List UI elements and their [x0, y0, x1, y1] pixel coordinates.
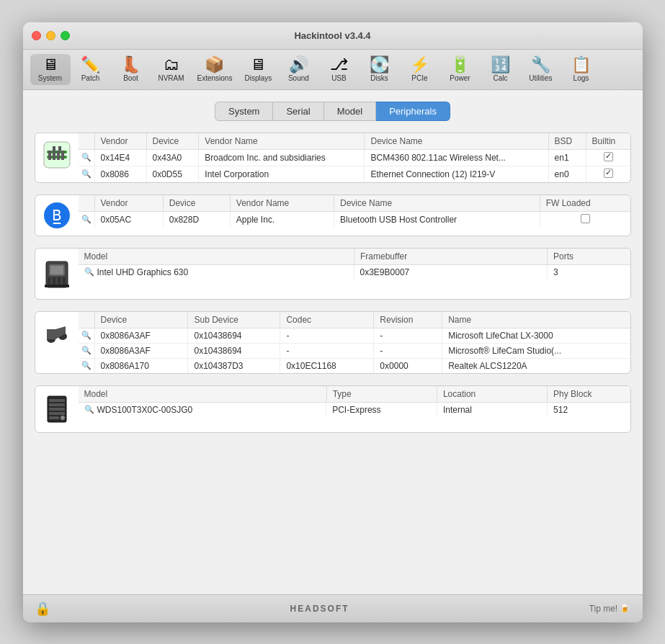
network-section: Vendor Device Vendor Name Device Name BS…: [35, 133, 631, 183]
svg-rect-8: [61, 151, 64, 160]
search-icon[interactable]: 🔍: [79, 358, 95, 373]
audio-col-search: [79, 312, 95, 328]
bt-col-device: Device: [163, 195, 230, 212]
bt-col-search: [79, 195, 95, 212]
toolbar-calc[interactable]: 🔢 Calc: [480, 54, 520, 85]
minimize-button[interactable]: [46, 31, 55, 40]
builtin-cell: [586, 149, 630, 166]
search-icon[interactable]: 🔍: [79, 343, 95, 358]
svg-rect-20: [49, 399, 65, 402]
device-name-cell: Ethernet Connection (12) I219-V: [365, 166, 548, 182]
toolbar-sound[interactable]: 🔊 Sound: [278, 54, 318, 85]
toolbar-power-label: Power: [450, 74, 470, 82]
tab-bar: System Serial Model Peripherals: [35, 102, 631, 121]
storage-icon: [35, 386, 79, 432]
svg-rect-14: [58, 277, 61, 285]
search-icon[interactable]: 🔍: [79, 211, 95, 228]
usb-icon: ⎇: [330, 57, 348, 73]
toolbar-disks[interactable]: 💽 Disks: [359, 54, 399, 85]
audio-device-cell: 0x8086A3AF: [94, 328, 188, 343]
audio-col-device: Device: [94, 312, 188, 328]
toolbar-utilities[interactable]: 🔧 Utilities: [520, 54, 561, 85]
footer: 🔒 HEADSOFT Tip me! 🍺: [23, 594, 643, 622]
audio-col-codec: Codec: [280, 312, 374, 328]
audio-sub-device-cell: 0x10438694: [188, 328, 280, 343]
svg-rect-12: [48, 277, 50, 285]
storage-col-model: Model: [79, 386, 327, 403]
tab-peripherals[interactable]: Peripherals: [376, 102, 450, 121]
network-col-bsd: BSD: [548, 133, 586, 150]
audio-revision-cell: -: [374, 343, 442, 358]
gpu-ports-cell: 3: [548, 264, 630, 279]
network-icon: [35, 133, 79, 176]
toolbar-pcie[interactable]: ⚡ PCIe: [399, 54, 439, 85]
pcie-icon: ⚡: [410, 57, 429, 73]
bt-col-fw-loaded: FW Loaded: [540, 195, 630, 212]
toolbar-disks-label: Disks: [370, 74, 388, 82]
main-window: Hackintool v3.4.4 🖥 System ✏️ Patch 👢 Bo…: [23, 22, 643, 622]
network-col-vendor: Vendor: [94, 133, 146, 150]
toolbar-calc-label: Calc: [493, 74, 507, 82]
svg-rect-16: [45, 285, 69, 287]
toolbar-usb-label: USB: [331, 74, 347, 82]
disks-icon: 💽: [370, 57, 389, 73]
gpu-model-cell: 🔍Intel UHD Graphics 630: [79, 265, 354, 279]
device-name-cell: Bluetooth USB Host Controller: [334, 211, 540, 228]
network-col-vendor-name: Vendor Name: [199, 133, 365, 150]
gpu-col-ports: Ports: [548, 249, 630, 265]
search-icon[interactable]: 🔍: [84, 405, 94, 414]
bluetooth-icon: B̲: [35, 195, 79, 236]
vendor-cell: 0x14E4: [94, 149, 146, 166]
svg-rect-24: [49, 416, 59, 419]
tab-model[interactable]: Model: [324, 102, 376, 121]
toolbar-extensions[interactable]: 📦 Extensions: [192, 54, 238, 85]
audio-codec-cell: 0x10EC1168: [280, 358, 374, 373]
svg-rect-6: [53, 151, 55, 160]
tab-system[interactable]: System: [215, 102, 273, 121]
table-row: 🔍 0x8086A3AF 0x10438694 - - Microsoft® L…: [79, 343, 630, 358]
toolbar-nvram[interactable]: 🗂 NVRAM: [151, 54, 192, 85]
close-button[interactable]: [32, 31, 41, 40]
storage-phy-block-cell: 512: [548, 402, 630, 417]
toolbar-boot[interactable]: 👢 Boot: [111, 54, 151, 85]
audio-table: Device Sub Device Codec Revision Name 🔍 …: [79, 312, 630, 373]
vendor-name-cell: Apple Inc.: [230, 211, 334, 228]
toolbar-patch[interactable]: ✏️ Patch: [71, 54, 111, 85]
patch-icon: ✏️: [81, 57, 100, 73]
device-cell: 0x828D: [163, 211, 230, 228]
bluetooth-table: Vendor Device Vendor Name Device Name FW…: [79, 195, 630, 228]
search-icon[interactable]: 🔍: [79, 166, 95, 182]
content-area: System Serial Model Peripherals: [23, 90, 643, 594]
device-cell: 0x43A0: [146, 149, 199, 166]
toolbar-displays[interactable]: 🖥 Displays: [238, 54, 278, 85]
device-cell: 0x0D55: [146, 166, 199, 182]
tip-label: Tip me! 🍺: [589, 604, 631, 614]
table-row: 🔍WDS100T3X0C-00SJG0 PCI-Express Internal…: [79, 402, 630, 417]
toolbar-pcie-label: PCIe: [411, 74, 427, 82]
search-icon[interactable]: 🔍: [79, 328, 95, 343]
toolbar-system[interactable]: 🖥 System: [30, 54, 71, 85]
audio-name-cell: Realtek ALCS1220A: [442, 358, 630, 373]
network-col-device: Device: [146, 133, 199, 150]
toolbar-logs-label: Logs: [573, 74, 589, 82]
table-row: 🔍 0x8086A3AF 0x10438694 - - Microsoft Li…: [79, 328, 630, 343]
audio-sub-device-cell: 0x10438694: [188, 343, 280, 358]
tab-serial[interactable]: Serial: [273, 102, 323, 121]
toolbar-usb[interactable]: ⎇ USB: [318, 54, 359, 85]
logs-icon: 📋: [571, 57, 591, 73]
audio-codec-cell: -: [280, 343, 374, 358]
builtin-cell: [586, 166, 630, 182]
search-icon[interactable]: 🔍: [79, 149, 95, 166]
maximize-button[interactable]: [61, 31, 70, 40]
table-row: 🔍 0x8086 0x0D55 Intel Corporation Ethern…: [79, 166, 630, 182]
toolbar-power[interactable]: 🔋 Power: [439, 54, 480, 85]
device-name-cell: BCM4360 802.11ac Wireless Net...: [365, 149, 548, 166]
search-icon[interactable]: 🔍: [84, 267, 94, 277]
audio-device-cell: 0x8086A3AF: [94, 343, 188, 358]
gpu-section: Model Framebuffer Ports 🔍Intel UHD Graph…: [35, 248, 631, 300]
toolbar-logs[interactable]: 📋 Logs: [561, 54, 601, 85]
network-col-device-name: Device Name: [365, 133, 548, 150]
system-icon: 🖥: [43, 57, 58, 73]
toolbar: 🖥 System ✏️ Patch 👢 Boot 🗂 NVRAM 📦 Exten…: [23, 50, 643, 90]
audio-icon: [35, 312, 79, 355]
